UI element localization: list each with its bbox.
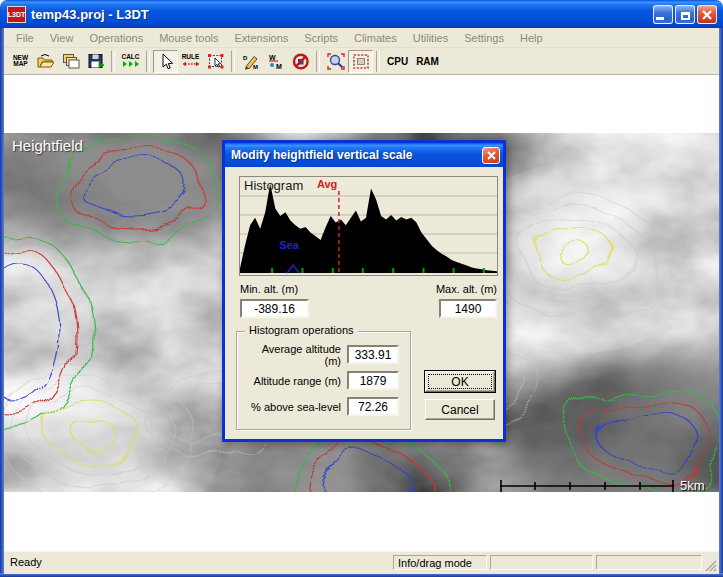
minimize-icon (656, 17, 664, 20)
open-folder-icon (37, 53, 55, 69)
copy-stack-icon (62, 53, 80, 69)
sea-marker-label: Sea (279, 239, 299, 251)
status-mode-panel: Info/drag mode (393, 555, 487, 570)
svg-text:D: D (243, 54, 248, 60)
app-icon: L3DT (7, 6, 26, 23)
menu-item-help[interactable]: Help (512, 30, 551, 46)
dialog-title: Modify heightfield vertical scale (231, 148, 482, 162)
average-altitude-row: Average altitude (m) (243, 345, 399, 364)
toolbar-separator (376, 51, 380, 72)
toolbar-separator (316, 51, 320, 72)
average-altitude-input[interactable] (347, 345, 399, 364)
save-map-button[interactable] (83, 50, 108, 73)
altitude-range-label: Altitude range (m) (243, 375, 341, 387)
modify-vertical-scale-dialog: Modify heightfield vertical scale Histog… (222, 140, 506, 442)
histogram-plot: Histogram Avg Sea (239, 176, 498, 276)
toolbar-separator (231, 51, 235, 72)
scale-label: 5km (680, 478, 705, 493)
above-sea-level-row: % above sea-level (243, 397, 399, 416)
disabled-tool-button[interactable] (288, 50, 313, 73)
statusbar: Ready Info/drag mode (4, 551, 719, 574)
menu-item-operations[interactable]: Operations (81, 30, 151, 46)
altitude-range-input[interactable] (347, 371, 399, 390)
above-sea-level-input[interactable] (347, 397, 399, 416)
save-disk-icon (87, 53, 105, 69)
group-title: Histogram operations (245, 324, 358, 336)
scalebar: 5km (500, 475, 720, 495)
ruler-tool-button[interactable]: RULE (178, 50, 203, 73)
toolbar: NEW MAP CAL (4, 48, 719, 75)
resize-grip[interactable] (704, 559, 717, 572)
maximize-icon (681, 12, 690, 20)
altitude-range-row: Altitude range (m) (243, 371, 399, 390)
avg-marker-label: Avg (317, 178, 337, 190)
scalebar-ruler-icon (500, 478, 676, 492)
cancel-button[interactable]: Cancel (425, 399, 495, 420)
select-region-tool-button[interactable] (203, 50, 228, 73)
menu-item-file[interactable]: File (8, 30, 42, 46)
water-wm-icon: W M (267, 53, 285, 70)
menu-item-settings[interactable]: Settings (456, 30, 512, 46)
svg-text:M: M (253, 64, 258, 70)
menu-item-view[interactable]: View (42, 30, 82, 46)
toolbar-separator (146, 51, 150, 72)
calc-run-icon (122, 60, 140, 68)
open-project-button[interactable] (33, 50, 58, 73)
svg-text:W: W (269, 54, 276, 61)
dialog-body: Histogram Avg Sea Min. alt. (m) Max. alt… (225, 167, 503, 439)
min-alt-input[interactable] (240, 299, 309, 318)
ram-meter-button[interactable]: RAM (412, 50, 443, 73)
min-alt-label: Min. alt. (m) (240, 283, 298, 295)
pencil-dm-icon: D M (242, 53, 260, 70)
status-ready-text: Ready (10, 556, 42, 568)
window-title: temp43.proj - L3DT (31, 7, 651, 22)
toolbar-separator (111, 51, 115, 72)
status-empty-panel-1 (490, 555, 593, 570)
menu-item-mouse-tools[interactable]: Mouse tools (151, 30, 226, 46)
viewport-title: Heightfield (12, 137, 83, 154)
application-window: L3DT temp43.proj - L3DT File View Operat… (0, 0, 723, 577)
cpu-meter-button[interactable]: CPU (383, 50, 412, 73)
close-icon (486, 150, 497, 161)
status-empty-panel-2 (596, 555, 702, 570)
cursor-arrow-icon (158, 53, 174, 70)
dialog-close-button[interactable] (482, 147, 500, 164)
draw-heightfield-tool-button[interactable]: D M (238, 50, 263, 73)
titlebar[interactable]: L3DT temp43.proj - L3DT (0, 0, 723, 28)
prohibited-icon (292, 53, 310, 70)
max-alt-label: Max. alt. (m) (429, 283, 497, 295)
close-button[interactable] (697, 5, 717, 24)
zoom-select-tool-button[interactable] (323, 50, 348, 73)
calc-button[interactable]: CALC (118, 50, 143, 73)
close-icon (701, 9, 713, 21)
maximize-button[interactable] (675, 5, 695, 24)
water-level-tool-button[interactable]: W M (263, 50, 288, 73)
menu-item-scripts[interactable]: Scripts (296, 30, 346, 46)
dialog-titlebar[interactable]: Modify heightfield vertical scale (225, 143, 503, 167)
menu-item-extensions[interactable]: Extensions (227, 30, 297, 46)
copy-maps-button[interactable] (58, 50, 83, 73)
minimize-button[interactable] (653, 5, 673, 24)
histogram-title: Histogram (244, 178, 303, 193)
new-map-label-2: MAP (13, 61, 27, 68)
menu-item-climates[interactable]: Climates (346, 30, 405, 46)
marquee-select-icon (207, 53, 225, 70)
above-sea-level-label: % above sea-level (243, 401, 341, 413)
ok-button[interactable]: OK (425, 371, 495, 392)
active-region-tool-button[interactable] (348, 50, 373, 73)
average-altitude-label: Average altitude (m) (243, 343, 341, 367)
active-region-icon (352, 53, 370, 70)
ruler-arrow-icon (182, 60, 200, 68)
menubar: File View Operations Mouse tools Extensi… (4, 28, 719, 48)
pointer-tool-button[interactable] (153, 50, 178, 73)
svg-text:M: M (276, 63, 282, 70)
max-alt-input[interactable] (439, 299, 497, 318)
zoom-region-icon (327, 53, 345, 70)
menu-item-utilities[interactable]: Utilities (405, 30, 456, 46)
new-map-button[interactable]: NEW MAP (8, 50, 33, 73)
